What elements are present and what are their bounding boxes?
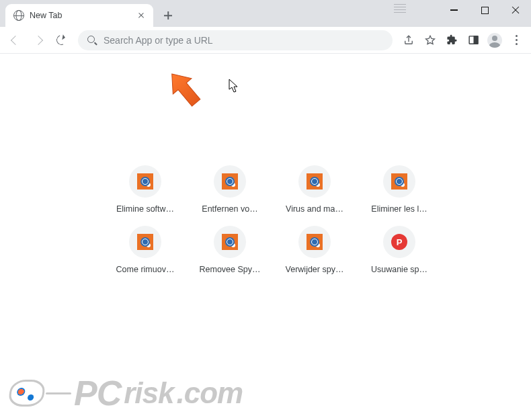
shortcut-tile[interactable]: Elimine softw… — [108, 165, 183, 214]
globe-icon — [13, 10, 24, 21]
shortcut-tile[interactable]: Eliminer les l… — [362, 165, 437, 214]
drag-handle-icon — [394, 4, 406, 13]
watermark-logo-icon — [7, 380, 46, 407]
arrow-right-icon — [34, 35, 43, 44]
bookmark-button[interactable] — [421, 31, 440, 50]
watermark-text: PC — [74, 373, 121, 413]
favicon-icon — [137, 173, 153, 190]
shortcut-label: Virus and ma… — [286, 204, 343, 214]
browser-tab[interactable]: New Tab — [5, 4, 153, 27]
nav-back-button[interactable] — [5, 30, 26, 50]
tab-strip: New Tab — [0, 0, 531, 27]
shortcut-label: Come rimuov… — [116, 265, 175, 274]
shortcut-tile[interactable]: Entfernen vo… — [192, 165, 268, 214]
shortcut-label: Verwijder spy… — [286, 265, 344, 274]
window-controls — [438, 0, 531, 20]
favicon-icon — [307, 173, 323, 190]
shortcut-tile[interactable]: Come rimuov… — [108, 226, 183, 274]
annotation-arrow-icon — [163, 68, 206, 111]
close-tab-icon[interactable] — [136, 10, 147, 21]
shortcut-label: Entfernen vo… — [202, 204, 257, 214]
address-bar-placeholder: Search App or type a URL — [104, 35, 213, 46]
arrow-left-icon — [11, 35, 20, 44]
nav-forward-button[interactable] — [28, 30, 48, 50]
letter-favicon-icon: P — [391, 234, 407, 250]
reload-button[interactable] — [51, 30, 71, 50]
chrome-menu-button[interactable] — [507, 31, 526, 50]
window-close-button[interactable] — [500, 0, 531, 20]
watermark-text: risk — [124, 376, 173, 410]
reload-icon — [54, 34, 68, 47]
mouse-cursor-icon — [229, 79, 239, 93]
plus-icon — [164, 11, 172, 19]
window-minimize-button[interactable] — [438, 0, 469, 20]
search-icon — [87, 36, 97, 45]
avatar-icon — [487, 33, 502, 48]
shortcut-label: Removee Spy… — [199, 265, 260, 274]
shortcut-label: Elimine softw… — [116, 204, 174, 214]
address-bar[interactable]: Search App or type a URL — [78, 30, 393, 50]
shortcut-label: Usuwanie sp… — [371, 265, 427, 274]
svg-rect-1 — [474, 36, 478, 44]
favicon-icon — [222, 173, 238, 190]
window-maximize-button[interactable] — [469, 0, 500, 20]
shortcut-tile[interactable]: Removee Spy… — [192, 226, 268, 274]
tab-title: New Tab — [30, 11, 62, 20]
extensions-button[interactable] — [442, 31, 461, 50]
watermark-text: .com — [177, 376, 243, 410]
favicon-icon — [391, 173, 407, 190]
side-panel-button[interactable] — [464, 31, 483, 50]
shortcut-grid: Elimine softw… Entfernen vo… Virus and m… — [108, 165, 423, 274]
watermark: PCrisk.com — [9, 373, 243, 413]
favicon-icon — [137, 234, 153, 250]
shortcut-tile[interactable]: P Usuwanie sp… — [362, 226, 437, 274]
shortcut-tile[interactable]: Verwijder spy… — [277, 226, 352, 274]
toolbar: Search App or type a URL — [0, 27, 531, 54]
favicon-icon — [307, 234, 323, 250]
kebab-icon — [516, 35, 518, 45]
shortcut-label: Eliminer les l… — [371, 204, 427, 214]
shortcut-tile[interactable]: Virus and ma… — [277, 165, 352, 214]
new-tab-button[interactable] — [159, 6, 177, 25]
share-button[interactable] — [399, 31, 418, 50]
new-tab-content: Elimine softw… Entfernen vo… Virus and m… — [0, 54, 531, 420]
profile-button[interactable] — [485, 31, 504, 50]
favicon-icon — [222, 234, 238, 250]
